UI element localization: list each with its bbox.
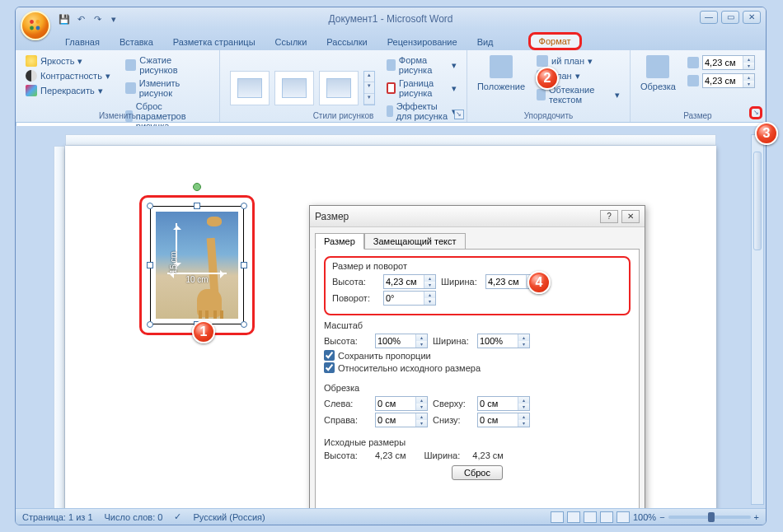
scale-w-input[interactable] [478,336,518,346]
contrast-button[interactable]: Контрастность ▾ [22,68,114,83]
tab-format[interactable]: Формат [528,32,582,50]
height-label: Высота: [332,277,378,287]
view-outline[interactable] [600,511,613,523]
dialog-tab-size[interactable]: Размер [315,233,364,250]
undo-icon[interactable]: ↶ [73,12,88,26]
ribbon-height-input[interactable] [703,58,743,68]
reset-button[interactable]: Сброс [452,465,503,480]
crop-left-input[interactable] [376,399,415,408]
resize-handle[interactable] [241,321,247,328]
height-input[interactable] [384,277,424,287]
tab-references[interactable]: Ссылки [265,34,317,50]
office-button[interactable] [21,11,50,40]
ribbon-width-input[interactable] [703,76,743,86]
lock-aspect-checkbox[interactable] [324,350,335,361]
crop-top-input[interactable] [478,399,518,408]
width-input[interactable] [486,277,526,287]
callout-1: 1 [192,320,215,343]
status-words[interactable]: Число слов: 0 [105,512,163,522]
pic-shape-button[interactable]: Форма рисунка ▾ [383,54,460,77]
redo-icon[interactable]: ↷ [90,12,105,26]
zoom-slider[interactable] [668,516,751,519]
titlebar: 💾 ↶ ↷ ▾ Документ1 - Microsoft Word — ▭ ✕ [16,7,766,30]
callout-4: 4 [527,271,551,294]
group-title: Размер и поворот [332,261,622,271]
change-pic-icon [125,82,136,94]
close-button[interactable]: ✕ [743,11,761,24]
quick-access-toolbar: 💾 ↶ ↷ ▾ [57,12,121,26]
window-controls: — ▭ ✕ [700,11,761,24]
qat-more-icon[interactable]: ▾ [106,12,121,26]
brightness-button[interactable]: Яркость ▾ [22,54,114,68]
view-full-reading[interactable] [567,511,580,523]
group-crop: Обрезка Слева: ▴▾ Сверху: ▴▾ Справа: ▴▾ … [324,383,631,432]
group-scale: Масштаб Высота: ▴▾ Ширина: ▴▾ Сохранить … [324,320,631,378]
callout-2: 2 [536,67,559,90]
relative-orig-checkbox[interactable] [324,362,335,373]
zoom-out-button[interactable]: − [659,512,664,522]
rotation-input[interactable] [384,293,424,303]
tab-insert[interactable]: Вставка [110,34,163,50]
group-original: Исходные размеры Высота: 4,23 см Ширина:… [324,437,631,485]
resize-handle[interactable] [241,203,247,209]
border-icon [387,82,396,94]
status-language[interactable]: Русский (Россия) [193,512,265,522]
zoom-in-button[interactable]: + [754,512,759,522]
orig-height-value: 4,23 см [375,450,406,460]
scrollbar-thumb[interactable] [753,152,762,250]
resize-handle[interactable] [147,321,153,328]
tab-layout[interactable]: Разметка страницы [163,34,265,50]
ruler-vertical[interactable] [54,146,65,508]
zoom-level[interactable]: 100% [633,512,656,522]
recolor-button[interactable]: Перекрасить ▾ [22,83,114,98]
crop-bottom-input[interactable] [478,415,518,425]
dialog-tab-alt[interactable]: Замещающий текст [364,233,466,250]
view-web-layout[interactable] [584,511,597,523]
position-button[interactable]: Положение [474,54,528,98]
style-thumb[interactable] [274,71,314,105]
dialog-close-button[interactable]: ✕ [621,210,640,223]
style-thumb[interactable] [319,71,359,105]
height-icon [687,57,699,68]
orig-width-value: 4,23 см [472,450,504,460]
change-pic-button[interactable]: Изменить рисунок [122,77,213,100]
group-label-styles: Стили рисунков [220,111,467,120]
tab-review[interactable]: Рецензирование [377,34,467,50]
resize-handle[interactable] [147,203,153,209]
styles-dialog-launcher[interactable]: ↘ [454,110,464,119]
height-spinner[interactable]: ▴▾ [684,54,758,72]
scale-h-input[interactable] [376,336,415,346]
minimize-button[interactable]: — [700,11,718,24]
styles-gallery[interactable]: ▴▾▾ [227,64,378,112]
compress-icon [125,59,136,71]
save-icon[interactable]: 💾 [57,12,72,26]
view-print-layout[interactable] [551,511,564,523]
resize-handle[interactable] [241,262,247,268]
status-page[interactable]: Страница: 1 из 1 [22,512,93,522]
statusbar: Страница: 1 из 1 Число слов: 0 ✓ Русский… [16,508,766,525]
tab-home[interactable]: Главная [55,34,110,50]
maximize-button[interactable]: ▭ [721,11,739,24]
width-spinner[interactable]: ▴▾ [684,72,758,90]
compress-button[interactable]: Сжатие рисунков [122,54,213,77]
tab-view[interactable]: Вид [467,34,504,50]
spellcheck-icon[interactable]: ✓ [174,511,181,522]
rotate-handle[interactable] [193,183,201,191]
dialog-titlebar[interactable]: Размер ? ✕ [310,206,645,227]
crop-button[interactable]: Обрезка [637,54,679,98]
style-thumb[interactable] [230,71,270,105]
resize-handle[interactable] [147,262,153,268]
size-dialog-launcher[interactable]: ↘ [749,106,762,119]
view-draft[interactable] [617,511,630,523]
dialog-help-button[interactable]: ? [600,210,618,223]
callout-3: 3 [755,122,778,145]
gallery-scroll[interactable]: ▴▾▾ [363,71,375,105]
selected-image[interactable]: 10 cm 15 cm [139,195,255,335]
resize-handle[interactable] [194,203,200,209]
tab-mailings[interactable]: Рассылки [316,34,377,50]
scrollbar-vertical[interactable] [751,134,764,505]
zoom-thumb[interactable] [708,512,715,522]
crop-right-input[interactable] [376,415,415,425]
ruler-horizontal[interactable] [65,134,716,146]
pic-border-button[interactable]: Граница рисунка ▾ [383,77,460,100]
